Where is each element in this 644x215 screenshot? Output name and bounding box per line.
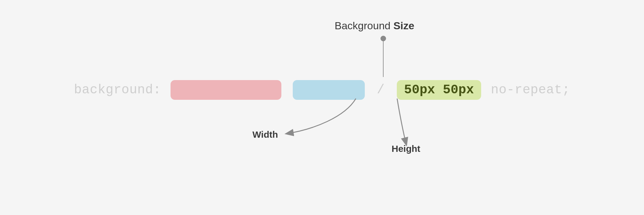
code-repeat: no-repeat; [491,83,570,97]
code-size-segment: 50px 50px [397,80,481,100]
title-prefix: Background [335,20,393,31]
code-url-segment: url(cool.jpg) [171,80,281,100]
title-label: Background Size [335,20,414,32]
height-label: Height [392,144,420,154]
title-bold: Size [393,20,414,31]
code-position-segment: top left [293,80,365,100]
code-slash: / [377,83,384,97]
css-code-line: background: url(cool.jpg) top left / 50p… [0,80,644,100]
code-size-height: 50px [443,83,474,97]
code-size-width: 50px [404,83,435,97]
connector-line [383,40,384,77]
width-label: Width [252,129,278,140]
annotation-arrows [0,0,644,215]
code-property: background: [74,83,161,97]
